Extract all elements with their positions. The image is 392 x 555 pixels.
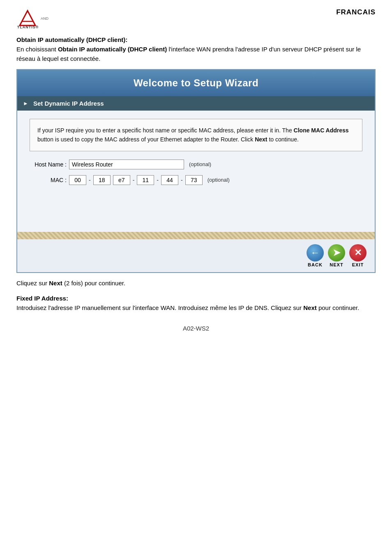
next-label: NEXT [330,262,343,267]
back-button[interactable]: ← BACK [307,244,324,267]
next-button[interactable]: ➤ NEXT [328,244,345,267]
fixed-title: Fixed IP Address: [16,295,376,302]
back-label: BACK [308,262,323,267]
language-label: FRANCAIS [336,8,376,16]
form-area: Host Name : (optional) MAC : - - - - (op… [30,160,362,199]
logo: TLANTIS® A AND AND [16,8,48,29]
wizard-body: If your ISP require you to enter a speci… [17,111,375,232]
mac-row: MAC : - - - - (optional) [30,175,362,185]
arrow-right-icon: ► [23,100,28,106]
page-footer: A02-WS2 [16,325,376,332]
spacer [30,199,362,232]
back-icon: ← [307,244,324,261]
mac-sep-2: - [157,177,159,183]
continue-text: Cliquez sur Next (2 fois) pour continuer… [16,280,376,287]
mac-field-0[interactable] [69,175,86,185]
host-name-row: Host Name : (optional) [30,160,362,169]
wizard-buttons-bar: ← BACK ➤ NEXT ✕ EXIT [17,239,375,272]
fixed-ip-section: Fixed IP Address: Introduisez l'adresse … [16,295,376,313]
info-bold1: Clone MAC Address [294,127,349,134]
exit-icon: ✕ [349,244,367,261]
mac-field-5[interactable] [185,175,203,185]
svg-text:A: A [27,11,29,13]
host-label: Host Name : [30,161,67,168]
section1-text: En choisissant Obtain IP automatically (… [16,45,376,63]
wizard-header: Welcome to Setup Wizard [17,70,375,96]
wizard-container: Welcome to Setup Wizard ► Set Dynamic IP… [16,69,376,273]
mac-field-4[interactable] [161,175,178,185]
section1-title: Obtain IP automatically (DHCP client): [16,36,376,43]
mac-label: MAC : [30,177,67,183]
atlantis-logo-icon: TLANTIS® A AND [16,8,39,29]
logo-sub: AND [41,16,48,21]
info-box: If your ISP require you to enter a speci… [30,119,362,151]
info-text-before: If your ISP require you to enter a speci… [37,127,294,134]
mac-sep-3: - [181,177,183,183]
intro-section: Obtain IP automatically (DHCP client): E… [16,36,376,63]
host-name-input[interactable] [69,160,184,169]
model-number: A02-WS2 [183,325,209,332]
next-icon: ➤ [328,244,345,261]
info-bold2: Next [255,136,267,143]
exit-label: EXIT [352,262,364,267]
wizard-section-bar: ► Set Dynamic IP Address [17,96,375,111]
mac-sep-0: - [89,177,91,183]
mac-field-2[interactable] [113,175,130,185]
mac-sep-1: - [133,177,135,183]
info-text-end: to continue. [267,136,299,143]
wizard-title: Welcome to Setup Wizard [134,77,258,88]
mac-optional-label: (optional) [208,177,230,183]
section-bar-title: Set Dynamic IP Address [33,100,104,107]
exit-button[interactable]: ✕ EXIT [349,244,367,267]
mac-field-1[interactable] [93,175,111,185]
mac-field-3[interactable] [137,175,154,185]
page-header: TLANTIS® A AND AND FRANCAIS [16,8,376,29]
svg-text:TLANTIS®: TLANTIS® [17,25,39,29]
wizard-footer-pattern [17,232,375,239]
info-text-mid: button is used to copy the MAC address o… [37,136,255,143]
fixed-text: Introduisez l'adresse IP manuellement su… [16,303,376,313]
host-optional-label: (optional) [189,161,211,167]
